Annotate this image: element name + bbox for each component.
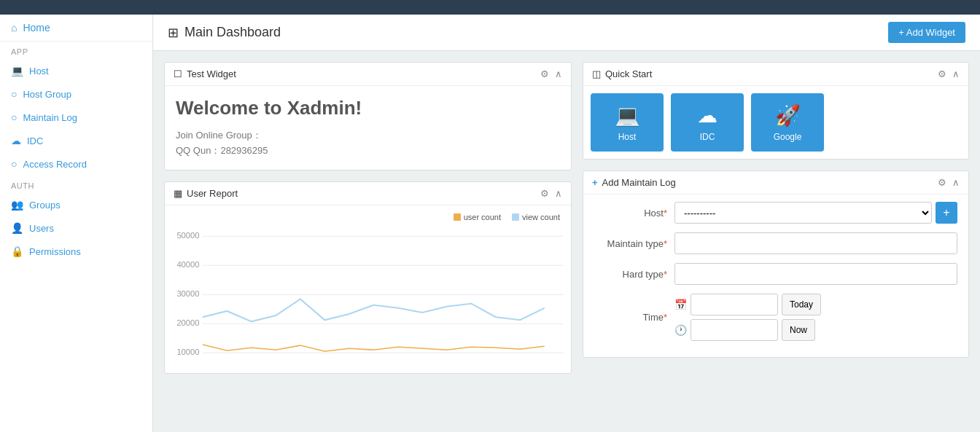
test-widget: ☐ Test Widget ⚙ ∧ Welcome to Xadmin! [164,62,572,170]
hard-type-label: Hard type* [594,269,674,280]
test-widget-header: ☐ Test Widget ⚙ ∧ [165,63,571,86]
circle-icon-2: ○ [11,111,17,123]
today-button[interactable]: Today [782,294,821,315]
sidebar-access-record-label: Access Record [23,159,86,170]
quick-start-settings-icon[interactable]: ⚙ [938,68,946,79]
circle-icon-3: ○ [11,158,17,170]
page-title: ⊞ Main Dashboard [168,25,281,41]
test-widget-settings-icon[interactable]: ⚙ [540,68,549,79]
legend-user-label: user count [464,213,501,221]
user-report-controls: ⚙ ∧ [540,188,562,199]
sidebar-idc-label: IDC [27,136,43,146]
maintain-log-settings-icon[interactable]: ⚙ [938,177,946,188]
maintain-type-form-row: Maintain type* [594,232,957,254]
lock-icon: 🔒 [11,246,23,257]
sidebar-item-home[interactable]: ⌂ Home [0,15,152,42]
user-report-title: User Report [187,188,238,199]
host-label: Host* [594,208,674,219]
add-widget-button[interactable]: + Add Widget [888,22,965,43]
legend-view-label: view count [522,213,560,221]
test-widget-collapse-icon[interactable]: ∧ [555,68,562,79]
content-header: ⊞ Main Dashboard + Add Widget [153,15,980,51]
content-body: ☐ Test Widget ⚙ ∧ Welcome to Xadmin! [153,51,980,385]
qs-item-idc[interactable]: ☁ IDC [671,93,744,152]
join-text: Join Online Group： [176,128,560,144]
user-report-widget: ▦ User Report ⚙ ∧ [164,181,572,374]
qs-host-label: Host [618,132,637,142]
time-fields: 📅 Today 🕐 Now [674,294,957,341]
legend-user-count: user count [454,213,501,221]
home-icon: ⌂ [11,22,17,34]
host-select-wrapper: ---------- + [674,202,957,224]
file-icon: ☐ [174,68,182,79]
user-icon: 👤 [11,222,23,234]
laptop-icon: 💻 [11,65,23,76]
maintain-log-collapse-icon[interactable]: ∧ [952,177,960,188]
left-column: ☐ Test Widget ⚙ ∧ Welcome to Xadmin! [164,62,572,374]
hard-type-input[interactable] [674,263,957,285]
user-report-header-left: ▦ User Report [174,188,238,199]
sidebar: ⌂ Home APP 💻 Host ○ Host Group ○ Maintai… [0,15,153,432]
time-clock-row: 🕐 Now [674,319,957,341]
qs-idc-label: IDC [700,132,715,142]
sidebar-item-users[interactable]: 👤 Users [0,216,152,240]
legend-user-color [454,213,461,221]
quick-start-controls: ⚙ ∧ [938,68,960,79]
maintain-type-input[interactable] [674,232,957,254]
legend-view-count: view count [512,213,560,221]
host-select[interactable]: ---------- [674,202,932,224]
sidebar-item-host[interactable]: 💻 Host [0,59,152,82]
sidebar-item-groups[interactable]: 👥 Groups [0,193,152,216]
qs-google-label: Google [774,132,802,142]
user-report-settings-icon[interactable]: ⚙ [540,188,549,199]
maintain-log-title: Add Maintain Log [602,177,676,188]
main-layout: ⌂ Home APP 💻 Host ○ Host Group ○ Maintai… [0,15,980,432]
welcome-sub: Join Online Group： QQ Qun：282936295 [176,128,560,159]
user-report-widget-header: ▦ User Report ⚙ ∧ [165,182,571,205]
sidebar-item-idc[interactable]: ☁ IDC [0,129,152,152]
rocket-qs-icon: 🚀 [775,103,801,127]
sidebar-item-access-record[interactable]: ○ Access Record [0,152,152,176]
clock-icon: 🕐 [674,324,687,336]
chart-svg: 50000 40000 30000 20000 10000 [168,225,567,371]
laptop-qs-icon: 💻 [615,103,640,127]
sidebar-item-permissions[interactable]: 🔒 Permissions [0,240,152,263]
time-input[interactable] [691,319,778,341]
sidebar-section-app: APP [0,42,152,59]
maintain-log-header-left: + Add Maintain Log [592,177,676,188]
qs-item-host[interactable]: 💻 Host [591,93,664,152]
dashboard-icon: ⊞ [168,25,179,41]
sidebar-item-maintain-log[interactable]: ○ Maintain Log [0,106,152,129]
maintain-log-header: + Add Maintain Log ⚙ ∧ [583,171,968,195]
hard-type-form-row: Hard type* [594,263,957,285]
test-widget-title: Test Widget [187,68,236,79]
host-form-row: Host* ---------- + [594,202,957,224]
cloud-qs-icon: ☁ [697,103,718,127]
host-add-button[interactable]: + [936,202,957,224]
content-area: ⊞ Main Dashboard + Add Widget ☐ Test Wid… [153,15,980,432]
sidebar-item-host-group[interactable]: ○ Host Group [0,82,152,106]
legend-view-color [512,213,519,221]
quick-start-header-left: ◫ Quick Start [592,68,652,79]
cloud-icon: ☁ [11,135,21,146]
quick-start-widget: ◫ Quick Start ⚙ ∧ 💻 Host [583,62,969,160]
chart-container: user count view count 50000 40000 [165,205,571,373]
svg-text:30000: 30000 [176,289,199,297]
sidebar-section-auth: AUTH [0,176,152,193]
right-column: ◫ Quick Start ⚙ ∧ 💻 Host [583,62,969,374]
user-report-collapse-icon[interactable]: ∧ [555,188,562,199]
sidebar-users-label: Users [29,223,54,234]
now-button[interactable]: Now [782,319,815,341]
app-wrapper: ⌂ Home APP 💻 Host ○ Host Group ○ Maintai… [0,0,980,432]
quick-start-collapse-icon[interactable]: ∧ [952,68,960,79]
maintain-type-label: Maintain type* [594,238,674,249]
quick-start-title: Quick Start [605,68,652,79]
circle-icon-1: ○ [11,88,17,100]
test-widget-controls: ⚙ ∧ [540,68,562,79]
sidebar-host-label: Host [29,66,49,76]
test-widget-header-left: ☐ Test Widget [174,68,236,79]
time-form-row: Time* 📅 Today 🕐 [594,294,957,341]
qs-item-google[interactable]: 🚀 Google [751,93,824,152]
time-date-row: 📅 Today [674,294,957,315]
date-input[interactable] [691,294,778,315]
